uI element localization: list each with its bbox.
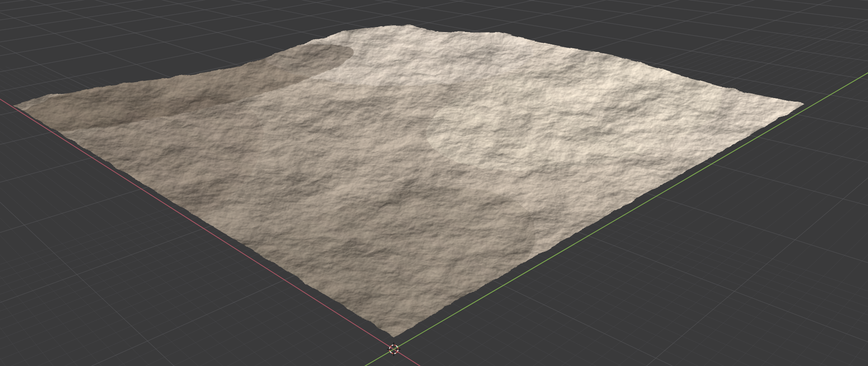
3d-viewport[interactable] (0, 0, 868, 366)
scene-svg[interactable] (0, 0, 868, 366)
